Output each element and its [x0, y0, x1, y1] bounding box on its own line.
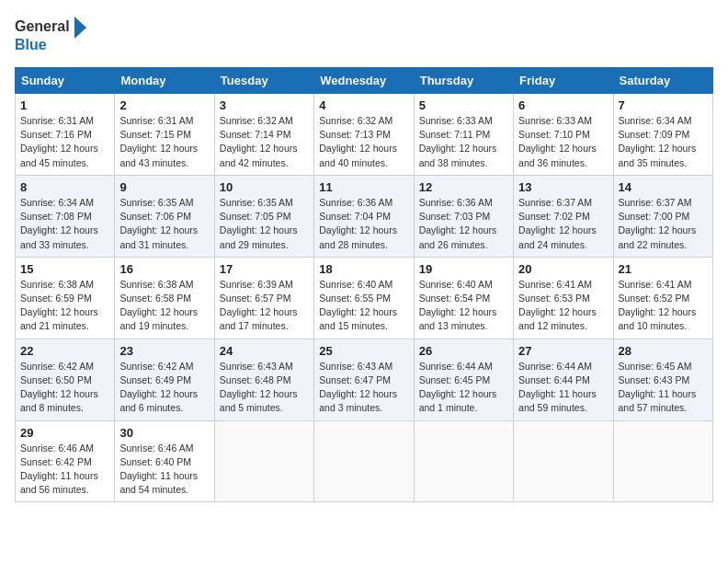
week-row-3: 15Sunrise: 6:38 AM Sunset: 6:59 PM Dayli… — [16, 257, 713, 339]
logo-svg: GeneralBlue — [15, 15, 88, 56]
day-number: 26 — [419, 344, 508, 358]
day-number: 8 — [20, 180, 109, 194]
day-detail: Sunrise: 6:42 AM Sunset: 6:50 PM Dayligh… — [20, 360, 109, 416]
day-number: 1 — [20, 98, 109, 112]
day-number: 27 — [518, 344, 608, 358]
day-detail: Sunrise: 6:38 AM Sunset: 6:58 PM Dayligh… — [119, 278, 209, 334]
day-detail: Sunrise: 6:35 AM Sunset: 7:05 PM Dayligh… — [220, 196, 309, 252]
day-number: 17 — [220, 262, 309, 276]
day-detail: Sunrise: 6:45 AM Sunset: 6:43 PM Dayligh… — [619, 360, 708, 416]
day-number: 22 — [20, 344, 109, 358]
day-detail: Sunrise: 6:42 AM Sunset: 6:49 PM Dayligh… — [119, 360, 209, 416]
day-detail: Sunrise: 6:35 AM Sunset: 7:06 PM Dayligh… — [119, 196, 209, 252]
calendar-cell-6: 6Sunrise: 6:33 AM Sunset: 7:10 PM Daylig… — [514, 94, 613, 176]
day-number: 16 — [119, 262, 209, 276]
day-detail: Sunrise: 6:36 AM Sunset: 7:03 PM Dayligh… — [419, 196, 508, 252]
calendar-cell-empty — [613, 420, 712, 502]
day-number: 12 — [419, 180, 508, 194]
calendar-cell-19: 19Sunrise: 6:40 AM Sunset: 6:54 PM Dayli… — [414, 257, 513, 339]
day-number: 15 — [20, 262, 109, 276]
calendar-cell-3: 3Sunrise: 6:32 AM Sunset: 7:14 PM Daylig… — [214, 94, 313, 176]
day-number: 24 — [220, 344, 309, 358]
day-number: 23 — [119, 344, 209, 358]
day-number: 20 — [518, 262, 608, 276]
day-detail: Sunrise: 6:43 AM Sunset: 6:47 PM Dayligh… — [319, 360, 408, 416]
day-number: 13 — [518, 180, 608, 194]
calendar-cell-empty — [514, 420, 613, 502]
logo: GeneralBlue — [15, 15, 88, 56]
day-detail: Sunrise: 6:36 AM Sunset: 7:04 PM Dayligh… — [319, 196, 408, 252]
day-number: 3 — [220, 98, 309, 112]
calendar-cell-empty — [414, 420, 513, 502]
day-number: 19 — [419, 262, 508, 276]
calendar-table: SundayMondayTuesdayWednesdayThursdayFrid… — [15, 67, 713, 502]
day-detail: Sunrise: 6:44 AM Sunset: 6:44 PM Dayligh… — [518, 360, 608, 416]
week-row-2: 8Sunrise: 6:34 AM Sunset: 7:08 PM Daylig… — [16, 175, 713, 257]
day-number: 21 — [619, 262, 708, 276]
day-detail: Sunrise: 6:40 AM Sunset: 6:54 PM Dayligh… — [419, 278, 508, 334]
calendar-cell-7: 7Sunrise: 6:34 AM Sunset: 7:09 PM Daylig… — [613, 94, 712, 176]
svg-text:Blue: Blue — [15, 37, 47, 52]
day-detail: Sunrise: 6:33 AM Sunset: 7:10 PM Dayligh… — [518, 114, 608, 170]
col-header-tuesday: Tuesday — [214, 68, 313, 94]
calendar-cell-10: 10Sunrise: 6:35 AM Sunset: 7:05 PM Dayli… — [214, 175, 313, 257]
calendar-cell-16: 16Sunrise: 6:38 AM Sunset: 6:58 PM Dayli… — [115, 257, 214, 339]
calendar-cell-28: 28Sunrise: 6:45 AM Sunset: 6:43 PM Dayli… — [613, 339, 712, 420]
calendar-cell-15: 15Sunrise: 6:38 AM Sunset: 6:59 PM Dayli… — [16, 257, 115, 339]
day-detail: Sunrise: 6:43 AM Sunset: 6:48 PM Dayligh… — [220, 360, 309, 416]
day-number: 2 — [119, 98, 209, 112]
calendar-cell-empty — [314, 420, 414, 502]
day-detail: Sunrise: 6:37 AM Sunset: 7:02 PM Dayligh… — [518, 196, 608, 252]
col-header-saturday: Saturday — [613, 68, 712, 94]
calendar-cell-30: 30Sunrise: 6:46 AM Sunset: 6:40 PM Dayli… — [115, 420, 214, 502]
week-row-5: 29Sunrise: 6:46 AM Sunset: 6:42 PM Dayli… — [16, 420, 713, 502]
svg-text:General: General — [15, 18, 70, 34]
day-number: 7 — [619, 98, 708, 112]
day-detail: Sunrise: 6:44 AM Sunset: 6:45 PM Dayligh… — [419, 360, 508, 416]
svg-marker-1 — [74, 17, 86, 39]
calendar-cell-22: 22Sunrise: 6:42 AM Sunset: 6:50 PM Dayli… — [16, 339, 115, 420]
day-number: 30 — [119, 426, 209, 440]
calendar-cell-2: 2Sunrise: 6:31 AM Sunset: 7:15 PM Daylig… — [115, 94, 214, 176]
day-detail: Sunrise: 6:39 AM Sunset: 6:57 PM Dayligh… — [220, 278, 309, 334]
day-detail: Sunrise: 6:34 AM Sunset: 7:08 PM Dayligh… — [20, 196, 109, 252]
calendar-cell-12: 12Sunrise: 6:36 AM Sunset: 7:03 PM Dayli… — [414, 175, 513, 257]
col-header-thursday: Thursday — [414, 68, 513, 94]
calendar-cell-21: 21Sunrise: 6:41 AM Sunset: 6:52 PM Dayli… — [613, 257, 712, 339]
day-number: 11 — [319, 180, 408, 194]
day-detail: Sunrise: 6:46 AM Sunset: 6:40 PM Dayligh… — [119, 442, 209, 498]
day-number: 29 — [20, 426, 109, 440]
col-header-friday: Friday — [514, 68, 613, 94]
col-header-wednesday: Wednesday — [314, 68, 414, 94]
day-number: 18 — [319, 262, 408, 276]
day-detail: Sunrise: 6:37 AM Sunset: 7:00 PM Dayligh… — [619, 196, 708, 252]
day-number: 5 — [419, 98, 508, 112]
day-number: 9 — [119, 180, 209, 194]
calendar-cell-24: 24Sunrise: 6:43 AM Sunset: 6:48 PM Dayli… — [214, 339, 313, 420]
page-header: GeneralBlue — [15, 15, 713, 56]
calendar-cell-9: 9Sunrise: 6:35 AM Sunset: 7:06 PM Daylig… — [115, 175, 214, 257]
calendar-cell-4: 4Sunrise: 6:32 AM Sunset: 7:13 PM Daylig… — [314, 94, 414, 176]
calendar-cell-14: 14Sunrise: 6:37 AM Sunset: 7:00 PM Dayli… — [613, 175, 712, 257]
day-number: 10 — [220, 180, 309, 194]
calendar-cell-17: 17Sunrise: 6:39 AM Sunset: 6:57 PM Dayli… — [214, 257, 313, 339]
day-detail: Sunrise: 6:31 AM Sunset: 7:15 PM Dayligh… — [119, 114, 209, 170]
day-detail: Sunrise: 6:38 AM Sunset: 6:59 PM Dayligh… — [20, 278, 109, 334]
day-number: 25 — [319, 344, 408, 358]
col-header-monday: Monday — [115, 68, 214, 94]
week-row-4: 22Sunrise: 6:42 AM Sunset: 6:50 PM Dayli… — [16, 339, 713, 420]
day-detail: Sunrise: 6:46 AM Sunset: 6:42 PM Dayligh… — [20, 442, 109, 498]
day-detail: Sunrise: 6:32 AM Sunset: 7:13 PM Dayligh… — [319, 114, 408, 170]
day-detail: Sunrise: 6:34 AM Sunset: 7:09 PM Dayligh… — [619, 114, 708, 170]
day-detail: Sunrise: 6:33 AM Sunset: 7:11 PM Dayligh… — [419, 114, 508, 170]
day-detail: Sunrise: 6:32 AM Sunset: 7:14 PM Dayligh… — [220, 114, 309, 170]
week-row-1: 1Sunrise: 6:31 AM Sunset: 7:16 PM Daylig… — [16, 94, 713, 176]
calendar-cell-23: 23Sunrise: 6:42 AM Sunset: 6:49 PM Dayli… — [115, 339, 214, 420]
calendar-cell-27: 27Sunrise: 6:44 AM Sunset: 6:44 PM Dayli… — [514, 339, 613, 420]
day-detail: Sunrise: 6:41 AM Sunset: 6:52 PM Dayligh… — [619, 278, 708, 334]
calendar-cell-11: 11Sunrise: 6:36 AM Sunset: 7:04 PM Dayli… — [314, 175, 414, 257]
day-detail: Sunrise: 6:41 AM Sunset: 6:53 PM Dayligh… — [518, 278, 608, 334]
day-detail: Sunrise: 6:40 AM Sunset: 6:55 PM Dayligh… — [319, 278, 408, 334]
calendar-cell-1: 1Sunrise: 6:31 AM Sunset: 7:16 PM Daylig… — [16, 94, 115, 176]
day-number: 14 — [619, 180, 708, 194]
